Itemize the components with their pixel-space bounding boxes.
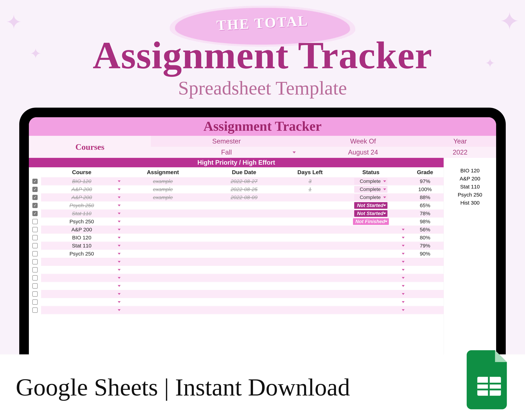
status-dropdown[interactable] (336, 298, 406, 306)
checkbox[interactable]: ✓ (32, 195, 38, 200)
checkbox[interactable] (32, 267, 38, 272)
grade-cell[interactable] (406, 290, 444, 298)
due-date-cell[interactable] (204, 266, 285, 274)
due-date-cell[interactable] (204, 282, 285, 290)
assignment-cell[interactable] (122, 298, 204, 306)
due-date-cell[interactable] (204, 225, 285, 234)
grade-cell[interactable]: 56% (406, 225, 444, 234)
assignment-cell[interactable] (122, 290, 204, 298)
status-dropdown[interactable] (336, 242, 406, 250)
assignment-cell[interactable] (122, 266, 204, 274)
assignment-cell[interactable] (122, 217, 204, 225)
assignment-cell[interactable] (122, 250, 204, 258)
grade-cell[interactable]: 79% (406, 242, 444, 250)
course-dropdown[interactable]: Psych 250 (41, 250, 122, 258)
course-list-item[interactable]: BIO 120 (444, 167, 496, 175)
assignment-cell[interactable] (122, 258, 204, 266)
grade-cell[interactable]: 80% (406, 234, 444, 242)
grade-cell[interactable] (406, 282, 444, 290)
grade-cell[interactable]: 78% (406, 209, 444, 217)
checkbox[interactable] (32, 283, 38, 289)
due-date-cell[interactable]: 2022-08-09 (204, 193, 285, 201)
checkbox[interactable] (32, 251, 38, 256)
course-list-item[interactable]: Stat 110 (444, 183, 496, 191)
grade-cell[interactable]: 65% (406, 201, 444, 209)
course-list-item[interactable]: A&P 200 (444, 175, 496, 183)
checkbox[interactable] (32, 235, 38, 240)
status-dropdown[interactable] (336, 266, 406, 274)
status-dropdown[interactable]: Not Started (336, 209, 406, 217)
status-dropdown[interactable] (336, 250, 406, 258)
checkbox[interactable] (32, 259, 38, 264)
course-dropdown[interactable] (41, 274, 122, 282)
assignment-cell[interactable] (122, 234, 204, 242)
checkbox[interactable]: ✓ (32, 179, 38, 184)
due-date-cell[interactable] (204, 234, 285, 242)
due-date-cell[interactable] (204, 290, 285, 298)
course-list-item[interactable]: Psych 250 (444, 191, 496, 199)
course-dropdown[interactable] (41, 306, 122, 314)
checkbox[interactable] (32, 291, 38, 297)
status-dropdown[interactable]: Complete (336, 193, 406, 201)
checkbox[interactable] (32, 243, 38, 248)
status-dropdown[interactable] (336, 290, 406, 298)
checkbox[interactable] (32, 299, 38, 305)
status-dropdown[interactable] (336, 282, 406, 290)
course-dropdown[interactable]: BIO 120 (41, 177, 122, 185)
course-dropdown[interactable]: Psych 250 (41, 217, 122, 225)
year-value[interactable]: 2022 (424, 147, 496, 158)
course-dropdown[interactable] (41, 298, 122, 306)
course-dropdown[interactable]: BIO 120 (41, 234, 122, 242)
course-dropdown[interactable]: Stat 110 (41, 242, 122, 250)
grade-cell[interactable]: 100% (406, 185, 444, 193)
semester-dropdown[interactable]: Fall (151, 147, 302, 158)
due-date-cell[interactable] (204, 250, 285, 258)
course-dropdown[interactable] (41, 258, 122, 266)
course-dropdown[interactable]: A&P 200 (41, 193, 122, 201)
grade-cell[interactable] (406, 306, 444, 314)
assignment-cell[interactable] (122, 282, 204, 290)
grade-cell[interactable] (406, 274, 444, 282)
due-date-cell[interactable]: 2022-08-25 (204, 185, 285, 193)
due-date-cell[interactable] (204, 209, 285, 217)
assignment-cell[interactable]: example (122, 193, 204, 201)
due-date-cell[interactable] (204, 306, 285, 314)
checkbox[interactable] (32, 219, 38, 224)
checkbox[interactable] (32, 308, 38, 313)
due-date-cell[interactable]: 2022-08-27 (204, 177, 285, 185)
checkbox[interactable]: ✓ (32, 187, 38, 192)
assignment-cell[interactable] (122, 225, 204, 234)
due-date-cell[interactable] (204, 258, 285, 266)
grade-cell[interactable]: 88% (406, 193, 444, 201)
status-dropdown[interactable]: Not Finished (336, 217, 406, 225)
course-dropdown[interactable]: Stat 110 (41, 209, 122, 217)
assignment-cell[interactable] (122, 242, 204, 250)
course-list-item[interactable]: Hist 300 (444, 199, 496, 207)
assignment-cell[interactable] (122, 201, 204, 209)
checkbox[interactable] (32, 227, 38, 232)
due-date-cell[interactable] (204, 201, 285, 209)
course-dropdown[interactable] (41, 290, 122, 298)
status-dropdown[interactable]: Not Started (336, 201, 406, 209)
checkbox[interactable]: ✓ (32, 203, 38, 208)
status-dropdown[interactable] (336, 258, 406, 266)
checkbox[interactable] (32, 275, 38, 280)
grade-cell[interactable] (406, 258, 444, 266)
due-date-cell[interactable] (204, 242, 285, 250)
status-dropdown[interactable] (336, 225, 406, 234)
assignment-cell[interactable]: example (122, 185, 204, 193)
status-dropdown[interactable]: Complete (336, 177, 406, 185)
grade-cell[interactable]: 98% (406, 217, 444, 225)
course-dropdown[interactable]: A&P 200 (41, 185, 122, 193)
assignment-cell[interactable]: example (122, 177, 204, 185)
course-dropdown[interactable]: A&P 200 (41, 225, 122, 234)
checkbox[interactable]: ✓ (32, 211, 38, 216)
due-date-cell[interactable] (204, 298, 285, 306)
assignment-cell[interactable] (122, 306, 204, 314)
course-dropdown[interactable] (41, 282, 122, 290)
status-dropdown[interactable] (336, 234, 406, 242)
grade-cell[interactable]: 97% (406, 177, 444, 185)
grade-cell[interactable]: 90% (406, 250, 444, 258)
week-value[interactable]: August 24 (302, 147, 424, 158)
status-dropdown[interactable] (336, 274, 406, 282)
